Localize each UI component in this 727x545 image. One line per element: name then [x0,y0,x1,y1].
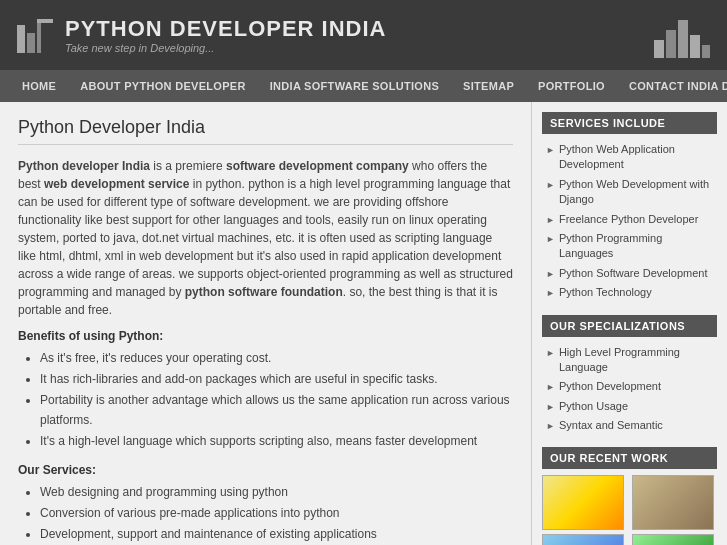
nav-item-sitemap[interactable]: SITEMAP [451,70,526,102]
benefit-item: As it's free, it's reduces your operatin… [40,349,513,368]
services-include-section: SERVICES INCLUDE ►Python Web Application… [542,112,717,303]
sidebar-service-link[interactable]: ►Python Web Application Development [542,140,717,175]
benefit-item: Portability is another advantage which a… [40,391,513,429]
building-right-icon [652,10,712,60]
svg-rect-1 [27,33,35,53]
logo-area: PYTHON DEVELOPER INDIA Take new step in … [15,15,386,55]
nav-item-contact-india-developers[interactable]: CONTACT INDIA DEVELOPERS [617,70,727,102]
sidebar-service-link[interactable]: ►Python Web Development with Django [542,175,717,210]
sidebar-service-link[interactable]: ►Python Software Development [542,264,717,283]
sidebar-service-link[interactable]: ►Python Technology [542,283,717,302]
benefits-list: As it's free, it's reduces your operatin… [18,349,513,451]
recent-work-title: OUR RECENT WORK [542,447,717,469]
arrow-icon: ► [546,420,555,433]
benefit-item: It's a high-level language which support… [40,432,513,451]
sidebar-specialization-link[interactable]: ►High Level Programming Language [542,343,717,378]
services-heading: Our Services: [18,463,513,477]
arrow-icon: ► [546,401,555,414]
svg-rect-0 [17,25,25,53]
arrow-icon: ► [546,287,555,300]
service-item: Web designing and programming using pyth… [40,483,513,502]
intro-paragraph: Python developer India is a premiere sof… [18,157,513,319]
svg-rect-2 [37,19,53,23]
logo-title: PYTHON DEVELOPER INDIA [65,16,386,42]
sidebar: SERVICES INCLUDE ►Python Web Application… [532,102,727,545]
main-layout: Python Developer India Python developer … [0,102,727,545]
sidebar-service-link[interactable]: ►Freelance Python Developer [542,210,717,229]
logo-text-area: PYTHON DEVELOPER INDIA Take new step in … [65,16,386,54]
svg-rect-8 [702,45,710,58]
thumbnail-1[interactable] [542,475,624,530]
arrow-icon: ► [546,268,555,281]
services-include-links: ►Python Web Application Development►Pyth… [542,140,717,303]
svg-rect-6 [678,20,688,58]
arrow-icon: ► [546,347,555,360]
benefit-item: It has rich-libraries and add-on package… [40,370,513,389]
recent-work-grid [542,475,717,545]
main-content: Python Developer India Python developer … [0,102,532,545]
svg-rect-5 [666,30,676,58]
service-item: Conversion of various pre-made applicati… [40,504,513,523]
svg-rect-7 [690,35,700,58]
service-item: Development, support and maintenance of … [40,525,513,544]
page-title: Python Developer India [18,117,513,145]
services-list: Web designing and programming using pyth… [18,483,513,545]
arrow-icon: ► [546,214,555,227]
arrow-icon: ► [546,144,555,157]
arrow-icon: ► [546,179,555,192]
recent-work-section: OUR RECENT WORK [542,447,717,545]
nav-item-india-software-solutions[interactable]: INDIA SOFTWARE SOLUTIONS [258,70,451,102]
thumbnail-4[interactable] [632,534,714,545]
benefits-heading: Benefits of using Python: [18,329,513,343]
nav-item-about-python-developer[interactable]: ABOUT PYTHON DEVELOPER [68,70,258,102]
sidebar-specialization-link[interactable]: ►Syntax and Semantic [542,416,717,435]
svg-rect-4 [654,40,664,58]
page-header: PYTHON DEVELOPER INDIA Take new step in … [0,0,727,70]
main-nav: HOMEABOUT PYTHON DEVELOPERINDIA SOFTWARE… [0,70,727,102]
specializations-section: OUR SPECIALIZATIONS ►High Level Programm… [542,315,717,436]
services-include-title: SERVICES INCLUDE [542,112,717,134]
sidebar-service-link[interactable]: ►Python Programming Languages [542,229,717,264]
thumbnail-2[interactable] [632,475,714,530]
nav-item-portfolio[interactable]: PORTFOLIO [526,70,617,102]
logo-icon [15,15,55,55]
logo-subtitle: Take new step in Developing... [65,42,386,54]
nav-item-home[interactable]: HOME [10,70,68,102]
svg-rect-3 [37,23,41,53]
specializations-links: ►High Level Programming Language►Python … [542,343,717,436]
arrow-icon: ► [546,233,555,246]
sidebar-specialization-link[interactable]: ►Python Usage [542,397,717,416]
specializations-title: OUR SPECIALIZATIONS [542,315,717,337]
thumbnail-3[interactable] [542,534,624,545]
arrow-icon: ► [546,381,555,394]
sidebar-specialization-link[interactable]: ►Python Development [542,377,717,396]
